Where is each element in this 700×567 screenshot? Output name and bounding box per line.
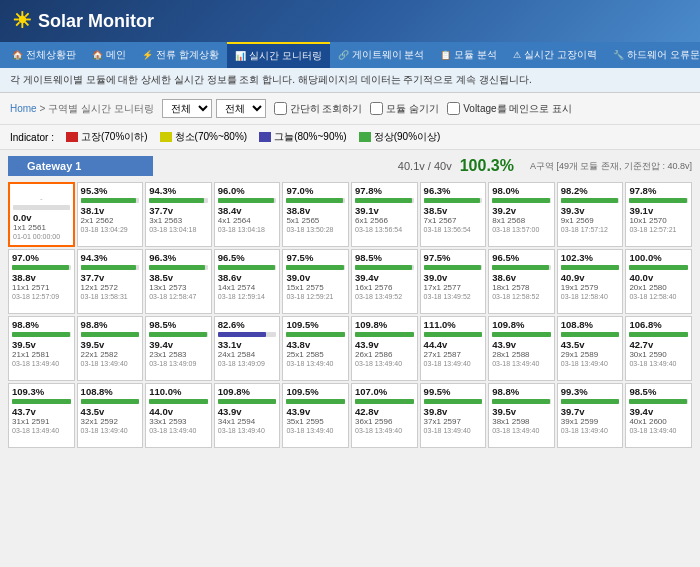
nav-item-current[interactable]: ⚡ 전류 합계상황 bbox=[134, 42, 227, 68]
module-progress-bg bbox=[12, 332, 71, 337]
module-date: 03-18 13:49:40 bbox=[424, 360, 483, 368]
module-progress-bg bbox=[492, 399, 551, 404]
module-card[interactable]: 97.0% 38.8v 11x1 2571 03-18 12:57:09 bbox=[8, 249, 75, 314]
module-date: 01-01 00:00:00 bbox=[13, 233, 70, 241]
indicator-clean: 청소(70%~80%) bbox=[160, 130, 248, 144]
module-id: 10x1 2570 bbox=[629, 216, 688, 226]
nav-bar: 🏠 전체상황판 🏠 메인 ⚡ 전류 합계상황 📊 실시간 모니터링 🔗 게이트웨… bbox=[0, 42, 700, 68]
module-card[interactable]: 107.0% 42.8v 36x1 2596 03-18 13:49:40 bbox=[351, 383, 418, 448]
module-card[interactable]: 96.5% 38.6v 14x1 2574 03-18 12:59:14 bbox=[214, 249, 281, 314]
module-id: 17x1 2577 bbox=[424, 283, 483, 293]
nav-item-main[interactable]: 🏠 메인 bbox=[84, 42, 134, 68]
module-volt: 39.1v bbox=[355, 205, 414, 216]
module-card[interactable]: 96.3% 38.5v 7x1 2567 03-18 13:56:54 bbox=[420, 182, 487, 247]
module-card[interactable]: 97.8% 39.1v 6x1 2566 03-18 13:56:54 bbox=[351, 182, 418, 247]
module-progress-fill bbox=[561, 332, 620, 337]
module-card[interactable]: 109.3% 43.7v 31x1 2591 03-18 13:49:40 bbox=[8, 383, 75, 448]
nav-item-module[interactable]: 📋 모듈 분석 bbox=[432, 42, 505, 68]
module-date: 03-18 13:49:40 bbox=[424, 427, 483, 435]
module-card[interactable]: 109.8% 43.9v 26x1 2586 03-18 13:49:40 bbox=[351, 316, 418, 381]
module-id: 3x1 2563 bbox=[149, 216, 208, 226]
module-progress-bg bbox=[81, 265, 140, 270]
module-id: 4x1 2564 bbox=[218, 216, 277, 226]
module-card[interactable]: 98.5% 39.4v 23x1 2583 03-18 13:49:09 bbox=[145, 316, 212, 381]
module-progress-bg bbox=[149, 332, 208, 337]
module-card[interactable]: 109.8% 43.9v 34x1 2594 03-18 13:49:40 bbox=[214, 383, 281, 448]
module-card[interactable]: 82.6% 33.1v 24x1 2584 03-18 13:49:09 bbox=[214, 316, 281, 381]
region-select-1[interactable]: 전체 bbox=[162, 99, 212, 118]
module-volt: 44.0v bbox=[149, 406, 208, 417]
nav-item-realtime[interactable]: 📊 실시간 모니터링 bbox=[227, 42, 330, 68]
module-progress-fill bbox=[629, 399, 687, 404]
module-card[interactable]: 94.3% 37.7v 12x1 2572 03-18 13:58:31 bbox=[77, 249, 144, 314]
module-card[interactable]: 98.8% 39.5v 38x1 2598 03-18 13:49:40 bbox=[488, 383, 555, 448]
module-date: 03-18 13:49:40 bbox=[149, 427, 208, 435]
module-card[interactable]: 96.0% 38.4v 4x1 2564 03-18 13:04:18 bbox=[214, 182, 281, 247]
module-date: 03-18 17:57:12 bbox=[561, 226, 620, 234]
hide-module-input[interactable] bbox=[370, 102, 383, 115]
module-date: 03-18 13:49:40 bbox=[12, 360, 71, 368]
module-progress-fill bbox=[629, 332, 688, 337]
module-id: 25x1 2585 bbox=[286, 350, 345, 360]
module-card[interactable]: - 0.0v 1x1 2561 01-01 00:00:00 bbox=[8, 182, 75, 247]
module-pct: 82.6% bbox=[218, 319, 277, 330]
module-card[interactable]: 111.0% 44.4v 27x1 2587 03-18 13:49:40 bbox=[420, 316, 487, 381]
normal-color-box bbox=[359, 132, 371, 142]
module-card[interactable]: 108.8% 43.5v 32x1 2592 03-18 13:49:40 bbox=[77, 383, 144, 448]
module-card[interactable]: 110.0% 44.0v 33x1 2593 03-18 13:49:40 bbox=[145, 383, 212, 448]
voltage-main-input[interactable] bbox=[447, 102, 460, 115]
module-progress-bg bbox=[424, 265, 483, 270]
module-card[interactable]: 102.3% 40.9v 19x1 2579 03-18 12:58:40 bbox=[557, 249, 624, 314]
voltage-main-checkbox: Voltage를 메인으로 표시 bbox=[447, 102, 572, 116]
module-progress-bg bbox=[629, 198, 688, 203]
module-card[interactable]: 98.0% 39.2v 8x1 2568 03-18 13:57:00 bbox=[488, 182, 555, 247]
simple-view-input[interactable] bbox=[274, 102, 287, 115]
module-date: 03-18 13:49:40 bbox=[286, 427, 345, 435]
nav-item-gateway[interactable]: 🔗 게이트웨이 분석 bbox=[330, 42, 433, 68]
nav-item-dashboard[interactable]: 🏠 전체상황판 bbox=[4, 42, 84, 68]
module-progress-fill bbox=[12, 265, 69, 270]
module-card[interactable]: 109.5% 43.9v 35x1 2595 03-18 13:49:40 bbox=[282, 383, 349, 448]
indicator-shade: 그늘(80%~90%) bbox=[259, 130, 347, 144]
module-card[interactable]: 97.8% 39.1v 10x1 2570 03-18 12:57:21 bbox=[625, 182, 692, 247]
module-card[interactable]: 98.8% 39.5v 21x1 2581 03-18 13:49:40 bbox=[8, 316, 75, 381]
module-card[interactable]: 98.2% 39.3v 9x1 2569 03-18 17:57:12 bbox=[557, 182, 624, 247]
module-progress-fill bbox=[218, 198, 274, 203]
nav-item-fault[interactable]: ⚠ 실시간 고장이력 bbox=[505, 42, 605, 68]
module-card[interactable]: 99.5% 39.8v 37x1 2597 03-18 13:49:40 bbox=[420, 383, 487, 448]
module-id: 30x1 2590 bbox=[629, 350, 688, 360]
module-pct: 109.5% bbox=[286, 386, 345, 397]
module-date: 03-18 12:58:40 bbox=[561, 293, 620, 301]
breadcrumb-home[interactable]: Home bbox=[10, 103, 37, 114]
controls-bar: Home > 구역별 실시간 모니터링 전체 전체 간단히 조회하기 모듈 숨기… bbox=[0, 93, 700, 125]
module-card[interactable]: 95.3% 38.1v 2x1 2562 03-18 13:04:29 bbox=[77, 182, 144, 247]
module-card[interactable]: 98.5% 39.4v 40x1 2600 03-18 13:49:40 bbox=[625, 383, 692, 448]
module-card[interactable]: 96.3% 38.5v 13x1 2573 03-18 12:58:47 bbox=[145, 249, 212, 314]
module-pct: 109.8% bbox=[355, 319, 414, 330]
module-card[interactable]: 109.8% 43.9v 28x1 2588 03-18 13:49:40 bbox=[488, 316, 555, 381]
module-card[interactable]: 99.3% 39.7v 39x1 2599 03-18 13:49:40 bbox=[557, 383, 624, 448]
module-pct: 97.5% bbox=[424, 252, 483, 263]
module-card[interactable]: 97.5% 39.0v 15x1 2575 03-18 12:59:21 bbox=[282, 249, 349, 314]
module-id: 23x1 2583 bbox=[149, 350, 208, 360]
nav-item-hardware[interactable]: 🔧 하드웨어 오류문서 bbox=[605, 42, 700, 68]
module-progress-bg bbox=[355, 198, 414, 203]
module-card[interactable]: 97.0% 38.8v 5x1 2565 03-18 13:50:28 bbox=[282, 182, 349, 247]
module-id: 35x1 2595 bbox=[286, 417, 345, 427]
module-card[interactable]: 100.0% 40.0v 20x1 2580 03-18 12:58:40 bbox=[625, 249, 692, 314]
module-card[interactable]: 109.5% 43.8v 25x1 2585 03-18 13:49:40 bbox=[282, 316, 349, 381]
module-card[interactable]: 98.8% 39.5v 22x1 2582 03-18 13:49:40 bbox=[77, 316, 144, 381]
module-progress-bg bbox=[218, 399, 277, 404]
module-progress-bg bbox=[13, 205, 70, 210]
module-volt: 38.5v bbox=[149, 272, 208, 283]
module-date: 03-18 13:49:52 bbox=[424, 293, 483, 301]
module-card[interactable]: 97.5% 39.0v 17x1 2577 03-18 13:49:52 bbox=[420, 249, 487, 314]
module-card[interactable]: 98.5% 39.4v 16x1 2576 03-18 13:49:52 bbox=[351, 249, 418, 314]
indicator-bar: Indicator : 고장(70%이하) 청소(70%~80%) 그늘(80%… bbox=[0, 125, 700, 150]
module-card[interactable]: 96.5% 38.6v 18x1 2578 03-18 12:58:52 bbox=[488, 249, 555, 314]
module-card[interactable]: 106.8% 42.7v 30x1 2590 03-18 13:49:40 bbox=[625, 316, 692, 381]
module-card[interactable]: 94.3% 37.7v 3x1 2563 03-18 13:04:18 bbox=[145, 182, 212, 247]
module-card[interactable]: 108.8% 43.5v 29x1 2589 03-18 13:49:40 bbox=[557, 316, 624, 381]
region-select-2[interactable]: 전체 bbox=[216, 99, 266, 118]
gateway-percentage: 100.3% bbox=[460, 157, 514, 175]
